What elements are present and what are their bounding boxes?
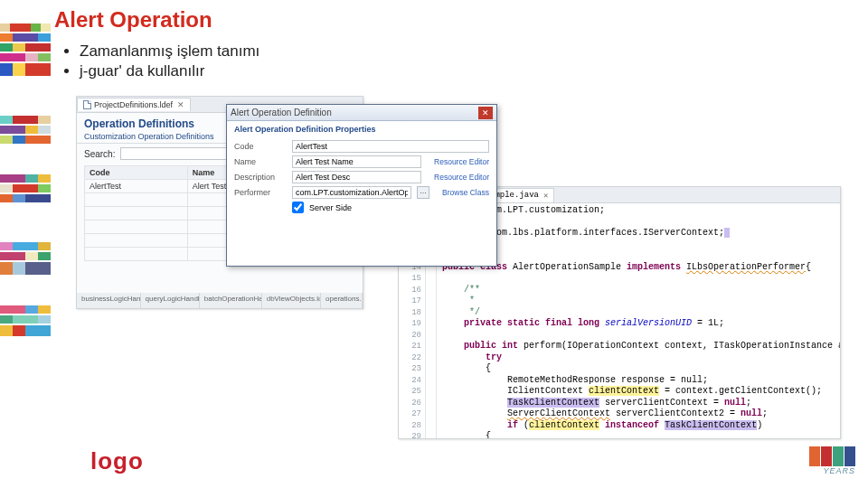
page-title: Alert Operation (54, 7, 212, 33)
bullet-item: Zamanlanmış işlem tanımı (80, 42, 259, 61)
search-label: Search: (84, 149, 115, 159)
checkbox-server-side[interactable] (292, 202, 304, 213)
close-icon[interactable]: ✕ (177, 100, 184, 109)
input-performer[interactable] (292, 186, 411, 199)
input-description[interactable] (292, 171, 421, 183)
document-icon (83, 100, 91, 109)
tab-project-definitions[interactable]: ProjectDefinitions.ldef ✕ (77, 98, 191, 111)
resource-editor-link[interactable]: Resource Editor (434, 157, 489, 166)
bottom-tab[interactable]: queryLogicHandle... (141, 293, 200, 308)
label-description: Description (234, 173, 287, 182)
bottom-tab[interactable]: businessLogicHandl... (77, 293, 141, 308)
decorative-color-bars (0, 23, 51, 439)
cell-code: AlertTest (85, 180, 188, 193)
close-icon[interactable]: ✕ (543, 191, 548, 201)
bottom-tab-strip: businessLogicHandl... queryLogicHandle..… (77, 293, 363, 308)
bullet-list: Zamanlanmış işlem tanımı j-guar' da kull… (65, 42, 259, 81)
bottom-tab[interactable]: batchOperationHan... (200, 293, 262, 308)
bullet-item: j-guar' da kullanılır (80, 61, 259, 81)
input-code[interactable] (292, 140, 489, 153)
input-name[interactable] (292, 155, 421, 168)
label-name: Name (234, 157, 287, 166)
bottom-tab[interactable]: dbViewObjects.ldvw (262, 293, 321, 308)
label-code: Code (234, 142, 287, 151)
col-code[interactable]: Code (85, 166, 188, 180)
close-button[interactable]: ✕ (478, 107, 493, 119)
browse-class-link[interactable]: Browse Class (442, 188, 489, 197)
dialog-title: Alert Operation Definition (231, 108, 332, 117)
anniversary-badge: YEARS (809, 446, 855, 475)
checkbox-label: Server Side (309, 203, 352, 212)
company-logo: logo (90, 447, 144, 475)
alert-operation-definition-dialog: Alert Operation Definition ✕ Alert Opera… (226, 104, 497, 267)
resource-editor-link[interactable]: Resource Editor (434, 173, 489, 182)
bottom-tab[interactable]: operations.lo (321, 293, 363, 308)
browse-button[interactable]: … (417, 186, 429, 199)
dialog-section-title: Alert Operation Definition Properties (227, 121, 496, 136)
tab-label: ProjectDefinitions.ldef (94, 100, 173, 109)
label-performer: Performer (234, 188, 287, 197)
years-label: YEARS (809, 466, 855, 475)
